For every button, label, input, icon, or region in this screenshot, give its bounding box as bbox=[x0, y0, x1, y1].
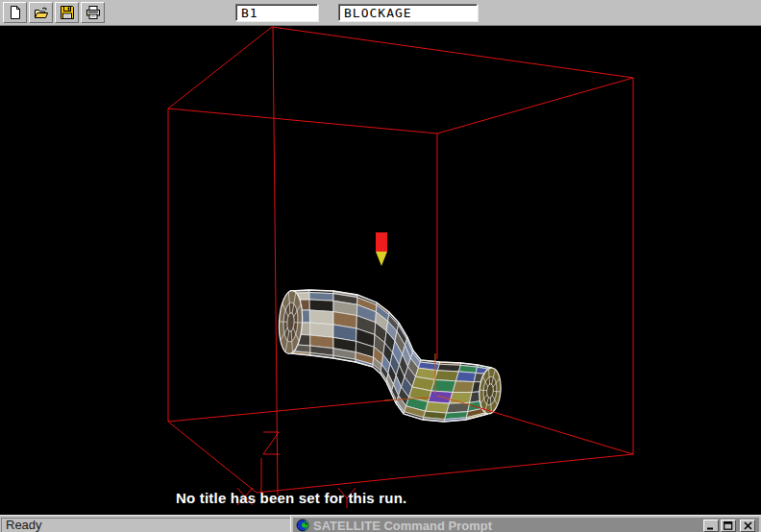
viewport-3d[interactable]: No title has been set for this run. bbox=[0, 26, 761, 515]
printer-icon bbox=[86, 5, 101, 20]
run-title-text: No title has been set for this run. bbox=[176, 490, 406, 506]
app-window: No title has been set for this run. Read… bbox=[0, 0, 761, 532]
close-icon bbox=[744, 521, 752, 530]
maximize-button[interactable] bbox=[721, 520, 736, 532]
new-file-icon bbox=[8, 5, 23, 20]
pipe-object[interactable] bbox=[278, 290, 503, 422]
print-button[interactable] bbox=[81, 2, 105, 23]
object-type-field[interactable] bbox=[338, 4, 478, 21]
satellite-window[interactable]: SATELLITE Command Prompt bbox=[290, 515, 761, 532]
domain-wireframe bbox=[168, 27, 633, 508]
open-folder-icon bbox=[34, 5, 49, 20]
probe-marker[interactable] bbox=[376, 232, 387, 266]
maximize-icon bbox=[724, 521, 733, 530]
save-button[interactable] bbox=[55, 2, 79, 23]
toolbar bbox=[0, 0, 761, 26]
scene-canvas[interactable] bbox=[0, 26, 761, 515]
satellite-title-text: SATELLITE Command Prompt bbox=[313, 519, 703, 532]
open-button[interactable] bbox=[29, 2, 53, 23]
minimize-icon bbox=[706, 521, 716, 530]
object-name-field[interactable] bbox=[235, 4, 318, 21]
satellite-app-icon bbox=[296, 519, 309, 532]
save-floppy-icon bbox=[60, 5, 75, 20]
close-button[interactable] bbox=[740, 520, 755, 532]
new-button[interactable] bbox=[3, 2, 27, 23]
minimize-button[interactable] bbox=[703, 520, 719, 532]
status-ready-panel: Ready bbox=[1, 518, 291, 532]
satellite-titlebar[interactable]: SATELLITE Command Prompt bbox=[293, 518, 759, 532]
